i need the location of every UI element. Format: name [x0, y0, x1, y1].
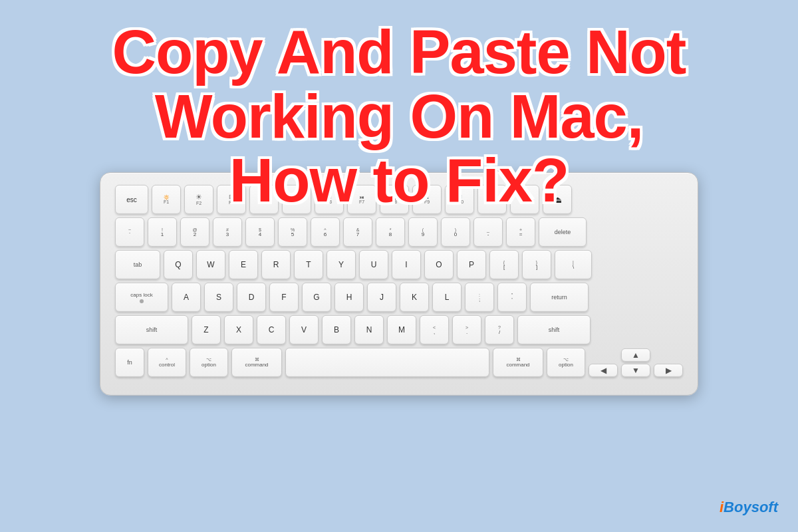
key-h[interactable]: H: [334, 283, 364, 312]
key-s[interactable]: S: [204, 283, 233, 312]
key-shift-left[interactable]: shift: [115, 315, 188, 344]
key-backslash[interactable]: | \: [555, 250, 592, 279]
key-e[interactable]: E: [229, 250, 258, 279]
key-lbracket[interactable]: { [: [489, 250, 519, 279]
key-q[interactable]: Q: [164, 250, 193, 279]
key-l[interactable]: L: [432, 283, 462, 312]
key-command-right[interactable]: ⌘ command: [493, 348, 543, 377]
key-arrow-down[interactable]: ▼: [621, 363, 650, 376]
key-option-right[interactable]: ⌥ option: [547, 348, 585, 377]
key-3[interactable]: # 3: [213, 217, 242, 247]
key-caps-lock[interactable]: caps lock: [115, 283, 168, 312]
title-line2: Working On Mac,: [155, 84, 644, 149]
key-u[interactable]: U: [359, 250, 388, 279]
key-control[interactable]: ^ control: [148, 348, 186, 377]
key-space[interactable]: [285, 348, 489, 377]
key-o[interactable]: O: [424, 250, 454, 279]
key-f[interactable]: F: [269, 283, 299, 312]
key-m[interactable]: M: [387, 315, 416, 344]
key-eject[interactable]: ⏏: [543, 185, 572, 214]
key-slash[interactable]: ? /: [485, 315, 514, 344]
key-d[interactable]: D: [237, 283, 266, 312]
arrow-top-row: ▲: [589, 348, 683, 361]
key-f4[interactable]: ⊟⊟ F4: [249, 185, 279, 214]
title-line1: Copy And Paste Not: [112, 20, 686, 84]
key-v[interactable]: V: [289, 315, 319, 344]
key-w[interactable]: W: [196, 250, 225, 279]
key-minus[interactable]: _ -: [473, 217, 503, 247]
key-t[interactable]: T: [294, 250, 323, 279]
iboysoft-logo: iBoysoft: [720, 499, 778, 516]
key-tilde[interactable]: ~ `: [115, 217, 144, 247]
key-shift-right[interactable]: shift: [517, 315, 591, 344]
key-f5[interactable]: ⏮ F5: [282, 185, 311, 214]
key-rbracket[interactable]: } ]: [522, 250, 551, 279]
logo-text: iBoysoft: [720, 499, 778, 515]
key-j[interactable]: J: [367, 283, 396, 312]
key-f12[interactable]: 🔆 F12: [510, 185, 539, 214]
key-f11[interactable]: 🔅 F11: [477, 185, 507, 214]
bottom-row: fn ^ control ⌥ option ⌘ command ⌘ comman…: [115, 348, 683, 377]
key-arrow-left[interactable]: ◀: [589, 363, 618, 376]
key-plus[interactable]: + =: [506, 217, 535, 247]
asdf-row: caps lock A S D F G H J K L : ; " ': [115, 283, 683, 312]
key-k[interactable]: K: [400, 283, 429, 312]
key-5[interactable]: % 5: [278, 217, 307, 247]
key-f8[interactable]: 🔇 F8: [380, 185, 409, 214]
key-quote[interactable]: " ': [497, 283, 527, 312]
key-option-left[interactable]: ⌥ option: [190, 348, 228, 377]
key-y[interactable]: Y: [327, 250, 356, 279]
key-z[interactable]: Z: [192, 315, 221, 344]
key-8[interactable]: * 8: [376, 217, 405, 247]
key-0[interactable]: ) 0: [441, 217, 470, 247]
key-command-left[interactable]: ⌘ command: [231, 348, 282, 377]
key-f9[interactable]: 🔉 F9: [412, 185, 442, 214]
key-esc[interactable]: esc: [115, 185, 148, 214]
number-key-row: ~ ` ! 1 @ 2 # 3 $ 4: [115, 217, 683, 247]
key-f7[interactable]: ⏭ F7: [347, 185, 376, 214]
key-x[interactable]: X: [224, 315, 253, 344]
key-n[interactable]: N: [354, 315, 384, 344]
key-f10[interactable]: 🔊 F10: [445, 185, 474, 214]
key-arrow-right[interactable]: ▶: [654, 363, 683, 376]
key-f3[interactable]: ⊞ F3: [217, 185, 246, 214]
key-i[interactable]: I: [392, 250, 421, 279]
arrow-bottom-row: ◀ ▼ ▶: [589, 363, 683, 376]
key-arrow-up[interactable]: ▲: [621, 348, 650, 361]
key-2[interactable]: @ 2: [180, 217, 209, 247]
key-f2[interactable]: ☀ F2: [184, 185, 213, 214]
keyboard-wrapper: esc 🔆 F1 ☀ F2 ⊞ F3 ⊟⊟ F4 ⏮: [100, 172, 698, 396]
arrow-key-group: ▲ ◀ ▼ ▶: [589, 348, 683, 376]
qwerty-row: tab Q W E R T Y U I O P { [ } ]: [115, 250, 683, 279]
key-f1[interactable]: 🔆 F1: [152, 185, 181, 214]
key-4[interactable]: $ 4: [245, 217, 275, 247]
key-6[interactable]: ^ 6: [311, 217, 340, 247]
key-1[interactable]: ! 1: [148, 217, 177, 247]
key-comma[interactable]: < ,: [420, 315, 449, 344]
key-delete[interactable]: delete: [539, 217, 587, 247]
key-b[interactable]: B: [322, 315, 351, 344]
key-7[interactable]: & 7: [343, 217, 372, 247]
keyboard: esc 🔆 F1 ☀ F2 ⊞ F3 ⊟⊟ F4 ⏮: [100, 172, 698, 396]
key-a[interactable]: A: [172, 283, 201, 312]
key-f6[interactable]: ⏯ F6: [315, 185, 344, 214]
key-9[interactable]: ( 9: [408, 217, 438, 247]
key-period[interactable]: > .: [452, 315, 481, 344]
key-c[interactable]: C: [257, 315, 286, 344]
key-fn[interactable]: fn: [115, 348, 144, 377]
key-semicolon[interactable]: : ;: [465, 283, 494, 312]
key-return[interactable]: return: [530, 283, 589, 312]
key-p[interactable]: P: [457, 250, 486, 279]
zxcv-row: shift Z X C V B N M < , > . ? /: [115, 315, 683, 344]
key-tab[interactable]: tab: [115, 250, 160, 279]
key-g[interactable]: G: [302, 283, 331, 312]
key-r[interactable]: R: [261, 250, 291, 279]
page-container: Copy And Paste Not Working On Mac, How t…: [0, 0, 798, 532]
function-key-row: esc 🔆 F1 ☀ F2 ⊞ F3 ⊟⊟ F4 ⏮: [115, 185, 683, 214]
